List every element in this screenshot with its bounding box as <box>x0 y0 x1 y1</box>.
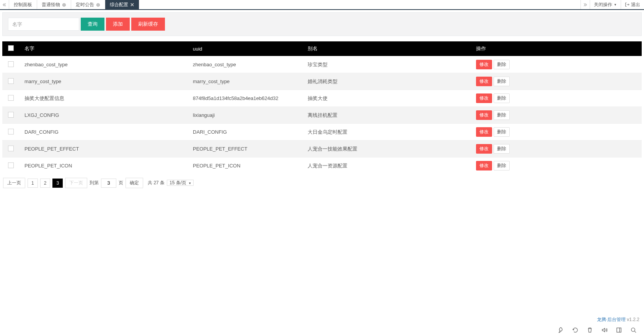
table-row: marry_cost_typemarry_cost_type婚礼消耗类型修改删除 <box>2 73 642 90</box>
delete-button[interactable]: 删除 <box>494 161 510 170</box>
row-checkbox[interactable] <box>8 112 14 118</box>
tabs-scroll-left-icon[interactable] <box>0 0 9 9</box>
tab-1[interactable]: 普通怪物⊗ <box>37 0 71 9</box>
checkbox-icon <box>8 45 14 51</box>
pager-next: 下一页 <box>65 178 87 188</box>
edit-button[interactable]: 修改 <box>476 127 492 137</box>
col-header-uuid: uuid <box>187 41 302 56</box>
row-checkbox[interactable] <box>8 78 14 84</box>
col-header-name: 名字 <box>19 41 187 56</box>
page-size-select[interactable]: 15 条/页 <box>167 180 194 186</box>
table-row: PEOPLE_PET_EFFECTPEOPLE_PET_EFFECT人宠合一技能… <box>2 141 642 157</box>
cell-ops: 修改删除 <box>471 107 642 124</box>
add-button[interactable]: 添加 <box>106 18 130 31</box>
edit-button[interactable]: 修改 <box>476 161 492 170</box>
edit-button[interactable]: 修改 <box>476 144 492 154</box>
refresh-cache-button[interactable]: 刷新缓存 <box>131 18 165 31</box>
cell-ops: 修改删除 <box>471 141 642 157</box>
delete-button[interactable]: 删除 <box>494 93 510 103</box>
exit-label: 退出 <box>631 2 640 8</box>
page-1[interactable]: 1 <box>28 179 38 188</box>
caret-down-icon: ▼ <box>614 3 617 7</box>
cell-alias: 婚礼消耗类型 <box>302 73 471 90</box>
page-unit: 页 <box>119 180 123 186</box>
cell-uuid: DARI_CONFIG <box>187 124 302 141</box>
edit-button[interactable]: 修改 <box>476 93 492 103</box>
close-ops-dropdown[interactable]: 关闭操作 ▼ <box>590 0 621 9</box>
close-icon[interactable]: ⊗ <box>62 2 66 8</box>
delete-button[interactable]: 删除 <box>494 127 510 137</box>
page-3[interactable]: 3 <box>52 179 63 188</box>
tab-bar: 控制面板普通怪物⊗定时公告⊗综合配置✕ 关闭操作 ▼ 退出 <box>0 0 644 10</box>
table-row: PEOPLE_PET_ICONPEOPLE_PET_ICON人宠合一资源配置修改… <box>2 157 642 174</box>
tab-3[interactable]: 综合配置✕ <box>105 0 139 9</box>
cell-ops: 修改删除 <box>471 90 642 107</box>
cell-ops: 修改删除 <box>471 73 642 90</box>
table-row: zhenbao_cost_typezhenbao_cost_type珍宝类型修改… <box>2 56 642 73</box>
edit-button[interactable]: 修改 <box>476 60 492 69</box>
col-select-all[interactable] <box>2 41 19 56</box>
tabs-scroll-right-icon[interactable] <box>580 0 590 9</box>
goto-page-input[interactable] <box>101 179 116 188</box>
table-row: LXGJ_CONFIGlixianguaji离线挂机配置修改删除 <box>2 107 642 124</box>
cell-name: LXGJ_CONFIG <box>19 107 187 124</box>
query-button[interactable]: 查询 <box>81 18 104 31</box>
name-search-input[interactable] <box>8 18 79 31</box>
cell-name: PEOPLE_PET_EFFECT <box>19 141 187 157</box>
cell-uuid: marry_cost_type <box>187 73 302 90</box>
tab-label: 控制面板 <box>14 2 32 8</box>
cell-alias: 抽奖大使 <box>302 90 471 107</box>
row-checkbox[interactable] <box>8 129 14 134</box>
edit-button[interactable]: 修改 <box>476 77 492 86</box>
exit-button[interactable]: 退出 <box>621 0 644 9</box>
cell-name: PEOPLE_PET_ICON <box>19 157 187 174</box>
cell-name: DARI_CONFIG <box>19 124 187 141</box>
col-header-alias: 别名 <box>302 41 471 56</box>
config-table: 名字 uuid 别名 操作 zhenbao_cost_typezhenbao_c… <box>2 41 642 174</box>
goto-confirm-button[interactable]: 确定 <box>126 178 143 188</box>
delete-button[interactable]: 删除 <box>494 144 510 154</box>
delete-button[interactable]: 删除 <box>494 60 510 69</box>
cell-uuid: zhenbao_cost_type <box>187 56 302 73</box>
cell-ops: 修改删除 <box>471 56 642 73</box>
cell-alias: 珍宝类型 <box>302 56 471 73</box>
close-ops-label: 关闭操作 <box>594 2 612 8</box>
edit-button[interactable]: 修改 <box>476 110 492 120</box>
cell-name: marry_cost_type <box>19 73 187 90</box>
row-checkbox[interactable] <box>8 61 14 67</box>
row-checkbox[interactable] <box>8 162 14 168</box>
pager-prev[interactable]: 上一页 <box>3 178 25 188</box>
row-checkbox[interactable] <box>8 146 14 151</box>
tab-label: 普通怪物 <box>42 2 60 8</box>
table-row: 抽奖大使配置信息874f8d5a1d134fc58a2b4ea1eb624d32… <box>2 90 642 107</box>
total-count: 共 27 条 <box>148 180 165 186</box>
delete-button[interactable]: 删除 <box>494 77 510 86</box>
cell-uuid: 874f8d5a1d134fc58a2b4ea1eb624d32 <box>187 90 302 107</box>
close-icon[interactable]: ✕ <box>130 2 134 8</box>
tab-0[interactable]: 控制面板 <box>9 0 37 9</box>
goto-label: 到第 <box>90 180 99 186</box>
cell-alias: 人宠合一资源配置 <box>302 157 471 174</box>
cell-name: zhenbao_cost_type <box>19 56 187 73</box>
cell-alias: 离线挂机配置 <box>302 107 471 124</box>
close-icon[interactable]: ⊗ <box>96 2 100 8</box>
delete-button[interactable]: 删除 <box>494 110 510 120</box>
tab-2[interactable]: 定时公告⊗ <box>71 0 105 9</box>
search-bar: 查询 添加 刷新缓存 <box>2 12 642 36</box>
cell-uuid: lixianguaji <box>187 107 302 124</box>
cell-ops: 修改删除 <box>471 124 642 141</box>
cell-uuid: PEOPLE_PET_ICON <box>187 157 302 174</box>
tab-label: 定时公告 <box>76 2 94 8</box>
col-header-op: 操作 <box>471 41 642 56</box>
cell-name: 抽奖大使配置信息 <box>19 90 187 107</box>
tab-label: 综合配置 <box>110 2 128 8</box>
page-2[interactable]: 2 <box>40 179 51 188</box>
table-row: DARI_CONFIGDARI_CONFIG大日金乌定时配置修改删除 <box>2 124 642 141</box>
cell-alias: 大日金乌定时配置 <box>302 124 471 141</box>
page-size-value: 15 条/页 <box>167 180 194 186</box>
exit-icon <box>625 2 629 7</box>
pagination: 上一页 123 下一页 到第 页 确定 共 27 条 15 条/页 <box>2 174 642 192</box>
cell-uuid: PEOPLE_PET_EFFECT <box>187 141 302 157</box>
row-checkbox[interactable] <box>8 95 14 101</box>
cell-alias: 人宠合一技能效果配置 <box>302 141 471 157</box>
